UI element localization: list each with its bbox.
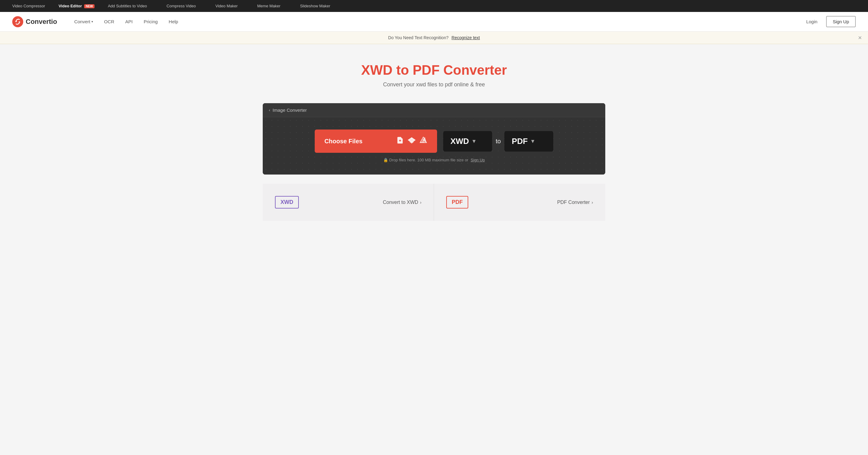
nav-help[interactable]: Help <box>164 17 183 27</box>
nav-convert[interactable]: Convert ▾ <box>69 17 98 27</box>
convert-to-xwd-label: Convert to XWD <box>383 200 418 205</box>
main-nav: Convertio Convert ▾ OCR API Pricing Help… <box>0 12 868 32</box>
choose-files-label: Choose Files <box>324 138 363 145</box>
converter-controls: Choose Files <box>272 130 596 153</box>
topbar-video-compressor[interactable]: Video Compressor <box>6 2 51 10</box>
pdf-link-arrow: › <box>591 200 593 205</box>
format-selector: XWD ▾ to PDF ▾ <box>443 131 554 151</box>
dropbox-icon <box>408 136 416 146</box>
drop-hint-text: Drop files here. 100 MB maximum file siz… <box>389 158 469 162</box>
page-title: XWD to PDF Converter <box>6 62 862 78</box>
pdf-card: PDF PDF Converter › <box>434 184 605 221</box>
converter-body: Choose Files <box>263 117 605 174</box>
topbar-add-subtitles[interactable]: Add Subtitles to Video <box>102 2 153 10</box>
hero-section: XWD to PDF Converter Convert your xwd fi… <box>0 44 868 97</box>
lock-icon: 🔒 <box>383 158 388 162</box>
top-bar: Video Compressor Video Editor NEW Add Su… <box>0 0 868 12</box>
logo-icon <box>12 16 23 27</box>
nav-links: Convert ▾ OCR API Pricing Help <box>69 17 803 27</box>
pdf-converter-link[interactable]: PDF Converter › <box>557 200 593 205</box>
from-format-label: XWD <box>451 137 469 146</box>
converter-header: ‹ Image Converter <box>263 103 605 117</box>
to-format-label: PDF <box>512 137 528 146</box>
nav-api[interactable]: API <box>121 17 137 27</box>
signup-button[interactable]: Sign Up <box>826 16 856 27</box>
xwd-card: XWD Convert to XWD › <box>263 184 434 221</box>
to-format-button[interactable]: PDF ▾ <box>504 131 553 151</box>
pdf-badge: PDF <box>446 196 468 208</box>
nav-right: Login Sign Up <box>803 16 856 27</box>
banner-close-button[interactable]: ✕ <box>858 35 862 41</box>
logo[interactable]: Convertio <box>12 16 57 27</box>
new-badge: NEW <box>84 4 94 8</box>
recognize-text-link[interactable]: Recognize text <box>452 35 480 40</box>
topbar-compress-video[interactable]: Compress Video <box>160 2 202 10</box>
topbar-video-editor[interactable]: Video Editor NEW <box>58 4 94 8</box>
local-file-icon <box>396 136 404 146</box>
notification-banner: Do You Need Text Recognition? Recognize … <box>0 32 868 44</box>
google-drive-icon <box>419 136 427 146</box>
xwd-badge: XWD <box>275 196 299 208</box>
chevron-down-icon: ▾ <box>91 20 93 23</box>
nav-pricing[interactable]: Pricing <box>139 17 163 27</box>
to-format-chevron: ▾ <box>531 138 534 144</box>
svg-point-0 <box>12 16 23 27</box>
drop-hint-signup-link[interactable]: Sign Up <box>471 158 485 162</box>
logo-text: Convertio <box>26 18 57 26</box>
converter-box: ‹ Image Converter Choose Files <box>263 103 605 174</box>
converter-header-label: Image Converter <box>273 108 307 113</box>
to-label: to <box>496 138 501 145</box>
file-upload-icons <box>396 136 427 146</box>
hero-subtitle: Convert your xwd files to pdf online & f… <box>6 81 862 88</box>
from-format-chevron: ▾ <box>472 138 475 144</box>
back-chevron-icon: ‹ <box>269 108 270 112</box>
drop-hint: 🔒 Drop files here. 100 MB maximum file s… <box>272 158 596 162</box>
topbar-meme-maker[interactable]: Meme Maker <box>251 2 286 10</box>
converter-section: ‹ Image Converter Choose Files <box>257 103 611 174</box>
convert-to-xwd-link[interactable]: Convert to XWD › <box>383 200 422 205</box>
cards-section: XWD Convert to XWD › PDF PDF Converter › <box>257 184 611 233</box>
from-format-button[interactable]: XWD ▾ <box>443 131 492 151</box>
topbar-video-maker[interactable]: Video Maker <box>209 2 244 10</box>
banner-text: Do You Need Text Recognition? <box>388 35 448 40</box>
pdf-converter-label: PDF Converter <box>557 200 590 205</box>
xwd-link-arrow: › <box>420 200 422 205</box>
choose-files-button[interactable]: Choose Files <box>315 130 437 153</box>
nav-ocr[interactable]: OCR <box>99 17 119 27</box>
login-button[interactable]: Login <box>803 17 821 27</box>
topbar-slideshow-maker[interactable]: Slideshow Maker <box>294 2 336 10</box>
